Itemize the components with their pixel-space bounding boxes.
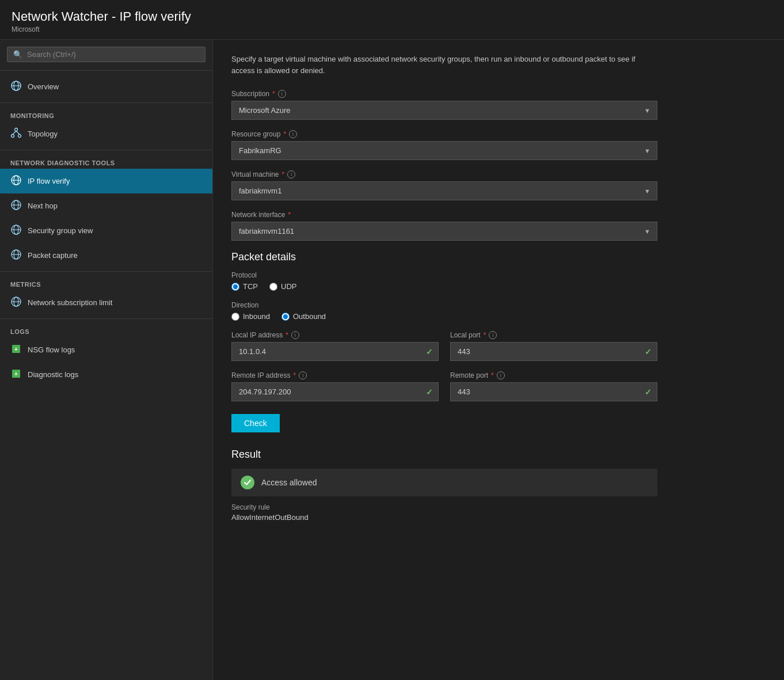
udp-label: UDP — [281, 282, 296, 291]
result-access-label: Access allowed — [261, 478, 317, 487]
local-ip-input[interactable] — [231, 342, 439, 361]
network-interface-label: Network interface * — [231, 211, 657, 219]
local-ip-check-icon: ✓ — [426, 347, 433, 356]
network-subscription-icon — [10, 296, 22, 309]
resource-group-info-icon[interactable]: i — [289, 130, 297, 138]
globe-icon — [10, 80, 22, 93]
virtual-machine-group: Virtual machine * i fabriakmvm1 ▼ — [231, 170, 657, 200]
required-indicator: * — [288, 211, 291, 219]
topology-icon — [10, 127, 22, 140]
sidebar-item-nsg-flow-logs[interactable]: + NSG flow logs — [0, 337, 212, 362]
logs-section-label: LOGS — [0, 322, 212, 337]
subscription-group: Subscription * i Microsoft Azure ▼ — [231, 90, 657, 120]
sidebar-item-diagnostic-logs[interactable]: + Diagnostic logs — [0, 362, 212, 387]
sidebar-item-label: NSG flow logs — [28, 345, 75, 354]
svg-point-4 — [12, 135, 14, 138]
remote-port-input[interactable] — [450, 382, 657, 401]
virtual-machine-info-icon[interactable]: i — [287, 170, 295, 178]
required-indicator: * — [484, 331, 486, 339]
inbound-radio[interactable] — [231, 313, 239, 321]
monitoring-section-label: MONITORING — [0, 107, 212, 121]
outbound-radio[interactable] — [281, 313, 290, 321]
packet-details-title: Packet details — [231, 251, 766, 263]
remote-ip-check-icon: ✓ — [426, 388, 433, 397]
svg-line-6 — [13, 131, 16, 135]
virtual-machine-select-wrapper: fabriakmvm1 ▼ — [231, 181, 657, 200]
remote-port-info-icon[interactable]: i — [497, 371, 505, 379]
remote-ip-info-icon[interactable]: i — [299, 371, 307, 379]
search-box[interactable]: 🔍 — [7, 47, 205, 62]
protocol-radio-group: TCP UDP — [231, 282, 657, 291]
outbound-label: Outbound — [293, 312, 326, 321]
app-subtitle: Microsoft — [12, 25, 772, 33]
subscription-select-wrapper: Microsoft Azure ▼ — [231, 101, 657, 120]
sidebar-item-topology[interactable]: Topology — [0, 121, 212, 146]
network-interface-select-wrapper: fabriakmvm1161 ▼ — [231, 222, 657, 241]
sidebar-item-overview[interactable]: Overview — [0, 74, 212, 99]
app-title: Network Watcher - IP flow verify — [12, 9, 772, 24]
protocol-tcp-option[interactable]: TCP — [231, 282, 258, 291]
virtual-machine-select[interactable]: fabriakmvm1 — [231, 181, 657, 200]
local-port-input[interactable] — [450, 342, 657, 361]
search-input[interactable] — [27, 50, 199, 59]
subscription-info-icon[interactable]: i — [278, 90, 286, 98]
svg-point-3 — [15, 128, 18, 131]
inbound-label: Inbound — [243, 312, 270, 321]
local-port-label: Local port * i — [450, 331, 657, 339]
sidebar-item-security-group[interactable]: Security group view — [0, 218, 212, 243]
subscription-select[interactable]: Microsoft Azure — [231, 101, 657, 120]
required-indicator: * — [491, 371, 494, 379]
protocol-label: Protocol — [231, 271, 657, 279]
network-interface-select[interactable]: fabriakmvm1161 — [231, 222, 657, 241]
network-interface-group: Network interface * fabriakmvm1161 ▼ — [231, 211, 657, 241]
local-ip-info-icon[interactable]: i — [291, 331, 299, 339]
required-indicator: * — [294, 371, 296, 379]
packet-capture-icon — [10, 249, 22, 262]
svg-text:+: + — [14, 346, 18, 352]
local-ip-input-wrapper: ✓ — [231, 342, 439, 361]
tcp-label: TCP — [243, 282, 258, 291]
sidebar-item-packet-capture[interactable]: Packet capture — [0, 243, 212, 268]
resource-group-label: Resource group * i — [231, 130, 657, 138]
local-port-info-icon[interactable]: i — [489, 331, 497, 339]
local-port-input-wrapper: ✓ — [450, 342, 657, 361]
remote-port-input-wrapper: ✓ — [450, 382, 657, 401]
required-indicator: * — [272, 90, 275, 98]
remote-ip-group: Remote IP address * i ✓ — [231, 371, 439, 401]
resource-group-group: Resource group * i FabrikamRG ▼ — [231, 130, 657, 160]
direction-radio-group: Inbound Outbound — [231, 312, 657, 321]
subscription-label: Subscription * i — [231, 90, 657, 98]
sidebar-item-ip-flow-verify[interactable]: IP flow verify — [0, 169, 212, 193]
page-description: Specify a target virtual machine with as… — [231, 54, 646, 76]
check-button[interactable]: Check — [231, 414, 280, 432]
remote-ip-input-wrapper: ✓ — [231, 382, 439, 401]
direction-inbound-option[interactable]: Inbound — [231, 312, 270, 321]
result-title: Result — [231, 449, 657, 461]
svg-text:+: + — [14, 371, 18, 377]
sidebar-item-next-hop[interactable]: Next hop — [0, 193, 212, 218]
sidebar-item-label: Overview — [28, 82, 59, 91]
search-icon: 🔍 — [13, 50, 22, 59]
remote-ip-input[interactable] — [231, 382, 439, 401]
security-rule-label: Security rule — [231, 503, 657, 511]
sidebar-item-label: Network subscription limit — [28, 298, 112, 307]
direction-outbound-option[interactable]: Outbound — [281, 312, 326, 321]
sidebar-item-network-subscription[interactable]: Network subscription limit — [0, 290, 212, 315]
required-indicator: * — [283, 130, 286, 138]
local-ip-group: Local IP address * i ✓ — [231, 331, 439, 361]
udp-radio[interactable] — [269, 283, 277, 291]
app-header: Network Watcher - IP flow verify Microso… — [0, 0, 784, 40]
network-diagnostic-section-label: NETWORK DIAGNOSTIC TOOLS — [0, 154, 212, 169]
required-indicator: * — [282, 170, 285, 178]
sidebar-item-label: IP flow verify — [28, 177, 70, 185]
resource-group-select[interactable]: FabrikamRG — [231, 141, 657, 160]
sidebar-item-label: Packet capture — [28, 251, 78, 260]
local-ip-port-row: Local IP address * i ✓ Local port * i ✓ — [231, 331, 657, 361]
virtual-machine-label: Virtual machine * i — [231, 170, 657, 178]
security-rule-group: Security rule AllowInternetOutBound — [231, 503, 657, 522]
svg-point-5 — [18, 135, 21, 138]
remote-port-label: Remote port * i — [450, 371, 657, 379]
required-indicator: * — [286, 331, 288, 339]
protocol-udp-option[interactable]: UDP — [269, 282, 296, 291]
tcp-radio[interactable] — [231, 283, 239, 291]
